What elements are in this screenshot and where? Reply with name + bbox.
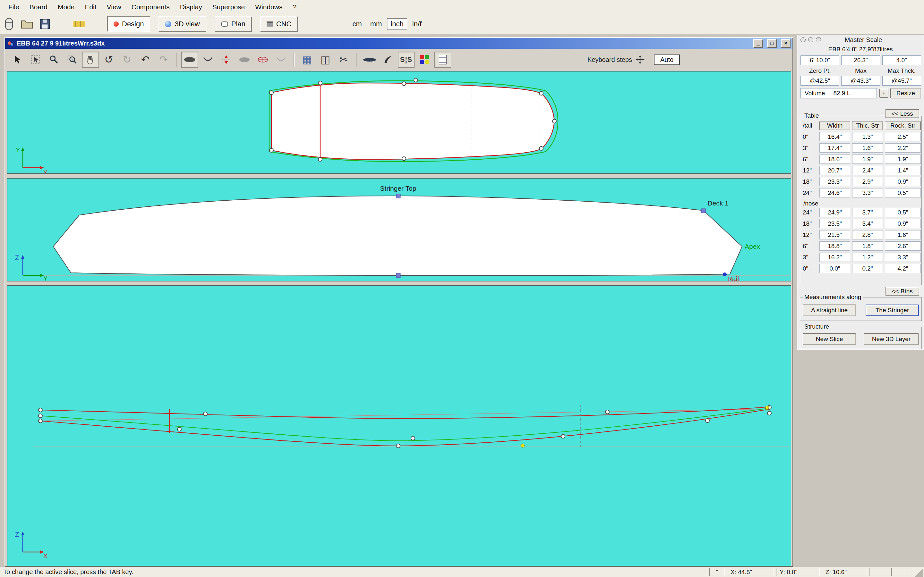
slice-canvas[interactable]: Stringer Top Deck 1 Apex Rail Z Y [7,179,791,282]
thic-cell[interactable]: 0.2" [852,264,883,273]
rocker-canvas[interactable]: Z X [7,285,791,566]
rock-cell[interactable]: 2.2" [885,143,921,153]
width-cell[interactable]: 24.9" [819,208,850,217]
btns-button[interactable]: << Btns [885,287,919,295]
rock-cell[interactable]: 1.4" [885,166,921,175]
slice-solid-icon[interactable] [236,52,253,68]
split-panels-icon[interactable]: ◫ [317,52,334,68]
menu-windows[interactable]: Windows [250,2,288,12]
thickness-field[interactable]: 4.0" [882,55,921,65]
menu-view[interactable]: View [102,2,126,12]
color-layers-icon[interactable] [416,52,433,68]
viewport-slice[interactable]: Stringer Top Deck 1 Apex Rail Z Y [7,178,791,282]
outline-mode-icon[interactable] [181,52,198,68]
thic-cell[interactable]: 2.9" [852,177,883,186]
unit-inf[interactable]: in/f [409,19,425,29]
menu-help[interactable]: ? [288,2,302,12]
control-points[interactable] [39,406,771,448]
viewport-rocker[interactable]: Z X [7,285,791,566]
rock-cell[interactable]: 2.6" [885,242,921,251]
ruler-icon[interactable] [70,16,88,32]
width-cell[interactable]: 18.8" [819,242,850,251]
rock-str-column-button[interactable]: Rock. Str [885,121,921,130]
slice-shape[interactable] [53,196,742,276]
menu-file[interactable]: File [3,2,24,12]
pan-hand-icon[interactable] [82,52,99,68]
width-cell[interactable]: 18.6" [819,155,850,164]
resize-grip[interactable] [914,568,923,577]
highlight-points[interactable] [521,406,769,448]
thic-cell[interactable]: 1.6" [852,143,883,153]
rock-cell[interactable]: 2.5" [885,132,921,141]
open-icon[interactable] [18,16,36,32]
rock-cell[interactable]: 0.5" [885,188,921,197]
auto-button[interactable]: Auto [654,55,680,65]
width-cell[interactable]: 0.0" [819,264,850,273]
length-field[interactable]: 6' 10.0" [800,55,839,65]
slice-grid-icon[interactable] [254,52,271,68]
thic-cell[interactable]: 1.2" [852,253,883,262]
rotate-view-icon[interactable]: ↺ [100,52,117,68]
rock-cell[interactable]: 1.6" [885,230,921,239]
rock-cell[interactable]: 0.9" [885,219,921,228]
cut-scissors-icon[interactable]: ✂ [335,52,352,68]
move-steps-icon[interactable] [634,52,646,68]
rock-cell[interactable]: 0.9" [885,177,921,186]
3d-view-button[interactable]: 3D view [158,16,206,32]
width-cell[interactable]: 21.5" [819,230,850,239]
select-points-icon[interactable] [27,52,44,68]
width-field[interactable]: 26.3" [841,55,880,65]
resize-button[interactable]: Resize [890,88,921,98]
unit-inch[interactable]: inch [387,18,407,30]
thic-cell[interactable]: 3.4" [852,219,883,228]
menu-components[interactable]: Components [126,2,175,12]
rock-cell[interactable]: 3.3" [885,253,921,262]
plan-button[interactable]: Plan [215,16,252,32]
menu-display[interactable]: Display [175,2,207,12]
panel-window-buttons[interactable] [800,37,821,42]
window-titlebar[interactable]: EBB 64 27 9 91litresWrr.s3dx _ □ × [5,38,792,49]
width-cell[interactable]: 24.6" [819,188,850,197]
width-cell[interactable]: 23.5" [819,219,850,228]
width-column-button[interactable]: Width [819,121,850,130]
rock-cell[interactable]: 1.9" [885,155,921,164]
fin-icon[interactable] [380,52,396,68]
thic-cell[interactable]: 3.7" [852,208,883,217]
design-button[interactable]: Design [107,16,150,32]
deck-curve[interactable] [40,407,771,419]
curve-disabled-icon[interactable] [273,52,289,68]
thic-cell[interactable]: 1.8" [852,242,883,251]
bottom-rocker-curve[interactable] [40,409,771,446]
zoom-window-icon[interactable] [64,52,81,68]
rocker-curve-icon[interactable] [200,52,216,68]
menu-board[interactable]: Board [24,2,53,12]
board-outline-icon[interactable] [361,52,378,68]
minimize-button[interactable]: _ [753,39,763,48]
thic-cell[interactable]: 3.3" [852,188,883,197]
mouse-icon[interactable] [0,16,18,32]
rotate-view-back-icon[interactable]: ↻ [119,52,136,68]
redo-icon[interactable]: ↷ [155,52,172,68]
rock-cell[interactable]: 4.2" [885,264,921,273]
close-button[interactable]: × [781,39,790,48]
max-pos-field[interactable]: @43.3" [841,76,880,85]
thic-cell[interactable]: 1.3" [852,132,883,141]
outline-board-shape[interactable] [271,83,554,159]
less-button[interactable]: << Less [885,109,919,118]
save-icon[interactable] [36,16,54,32]
master-scale-titlebar[interactable]: Master Scale [797,35,924,45]
max-thick-pos-field[interactable]: @45.7" [882,76,921,85]
cnc-button[interactable]: CNC [260,16,298,32]
menu-superpose[interactable]: Superpose [207,2,250,12]
thic-cell[interactable]: 2.8" [852,230,883,239]
zoom-icon[interactable] [45,52,62,68]
grid-table-icon[interactable]: ▦ [299,52,315,68]
maximize-button[interactable]: □ [767,39,777,48]
panel-button-3[interactable] [816,37,821,42]
unit-cm[interactable]: cm [349,19,365,29]
thic-str-column-button[interactable]: Thic. Str [852,121,883,130]
menu-edit[interactable]: Edit [79,2,102,12]
width-cell[interactable]: 16.4" [819,132,850,141]
width-cell[interactable]: 17.4" [819,143,850,153]
width-cell[interactable]: 23.3" [819,177,850,186]
